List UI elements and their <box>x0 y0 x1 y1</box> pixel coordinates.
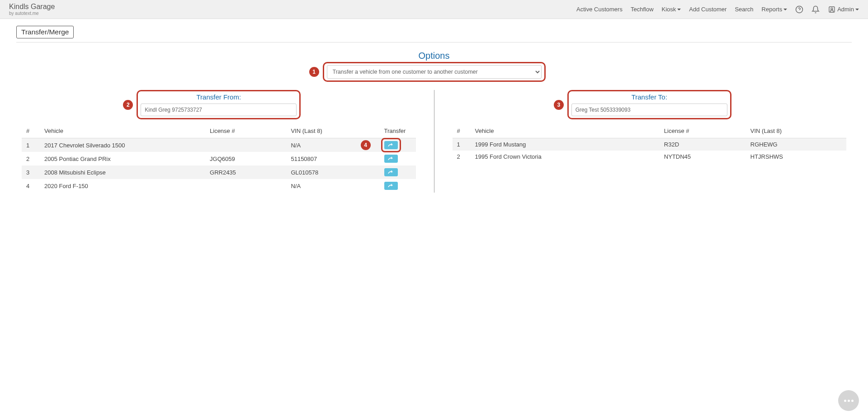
options-header: Options <box>16 51 852 61</box>
nav-admin-label: Admin <box>837 6 854 13</box>
annotation-badge-2: 2 <box>123 100 133 110</box>
row-license: NYTDN45 <box>660 151 746 163</box>
col-vin: VIN (Last 8) <box>746 124 846 138</box>
chevron-down-icon <box>855 9 859 10</box>
nav-reports-label: Reports <box>762 6 783 13</box>
from-customer-input[interactable] <box>141 104 297 116</box>
options-row: 1 Transfer a vehicle from one customer t… <box>16 62 852 82</box>
page-body: Transfer/Merge Options 1 Transfer a vehi… <box>0 19 868 199</box>
row-transfer <box>380 152 416 165</box>
row-idx[interactable]: 2 <box>22 152 40 165</box>
col-transfer: Transfer <box>380 124 416 138</box>
brand[interactable]: Kindls Garage by autotext.me <box>9 3 55 16</box>
row-license <box>205 179 286 193</box>
page-tab[interactable]: Transfer/Merge <box>16 26 74 38</box>
annotation-badge-4: 4 <box>361 140 371 150</box>
nav-search[interactable]: Search <box>735 6 753 13</box>
transfer-button[interactable] <box>384 155 398 163</box>
to-label: Transfer To: <box>571 93 727 101</box>
columns: 2 Transfer From: # Vehicle License # VIN… <box>16 90 852 193</box>
row-license: GRR2435 <box>205 165 286 179</box>
annotation-badge-3: 3 <box>554 100 564 110</box>
annotation-highlight-2: Transfer From: <box>137 90 301 119</box>
user-icon <box>828 5 836 14</box>
table-row: 12017 Chevrolet Silverado 1500N/A4 <box>22 138 416 152</box>
brand-title: Kindls Garage <box>9 3 55 11</box>
nav-add-customer[interactable]: Add Customer <box>689 6 726 13</box>
row-vehicle: 2008 Mitsubishi Eclipse <box>40 165 205 179</box>
row-vin: GL010578 <box>286 165 379 179</box>
annotation-badge-1: 1 <box>309 67 319 77</box>
divider <box>16 42 852 42</box>
from-label: Transfer From: <box>141 93 297 101</box>
from-table: # Vehicle License # VIN (Last 8) Transfe… <box>22 124 416 193</box>
arrow-right-icon <box>388 170 394 175</box>
row-vehicle: 2020 Ford F-150 <box>40 179 205 193</box>
row-license: R32D <box>660 138 746 151</box>
transfer-button[interactable] <box>384 141 398 149</box>
col-vehicle: Vehicle <box>471 124 660 138</box>
row-transfer <box>380 165 416 179</box>
svg-point-3 <box>831 8 833 9</box>
table-row: 11999 Ford MustangR32DRGHEWG <box>453 138 847 151</box>
nav-kiosk-label: Kiosk <box>662 6 676 13</box>
row-idx[interactable]: 4 <box>22 179 40 193</box>
annotation-highlight-1: Transfer a vehicle from one customer to … <box>323 62 546 82</box>
row-idx: 1 <box>453 138 471 151</box>
row-idx: 2 <box>453 151 471 163</box>
annotation-highlight-3: Transfer To: <box>567 90 731 119</box>
row-vehicle: 2005 Pontiac Grand PRix <box>40 152 205 165</box>
col-vehicle: Vehicle <box>40 124 205 138</box>
nav-reports[interactable]: Reports <box>762 6 788 13</box>
navbar: Kindls Garage by autotext.me Active Cust… <box>0 0 868 19</box>
row-vin: 51150807 <box>286 152 379 165</box>
table-row: 22005 Pontiac Grand PRixJGQ605951150807 <box>22 152 416 165</box>
nav-kiosk[interactable]: Kiosk <box>662 6 681 13</box>
arrow-right-icon <box>388 184 394 188</box>
arrow-right-icon <box>388 143 394 147</box>
table-row: 21995 Ford Crown VictoriaNYTDN45HTJRSHWS <box>453 151 847 163</box>
row-license: JGQ6059 <box>205 152 286 165</box>
chevron-down-icon <box>677 9 681 10</box>
column-to: 3 Transfer To: # Vehicle License # VIN (… <box>434 90 852 193</box>
column-from: 2 Transfer From: # Vehicle License # VIN… <box>16 90 434 193</box>
bell-icon[interactable] <box>811 5 820 14</box>
row-idx[interactable]: 1 <box>22 138 40 152</box>
table-row: 42020 Ford F-150N/A <box>22 179 416 193</box>
nav-techflow[interactable]: Techflow <box>631 6 654 13</box>
row-vin: RGHEWG <box>746 138 846 151</box>
row-vehicle: 1999 Ford Mustang <box>471 138 660 151</box>
table-row: 32008 Mitsubishi EclipseGRR2435GL010578 <box>22 165 416 179</box>
nav-admin[interactable]: Admin <box>828 5 859 14</box>
row-vehicle: 2017 Chevrolet Silverado 1500 <box>40 138 205 152</box>
col-idx: # <box>22 124 40 138</box>
transfer-button[interactable] <box>384 168 398 176</box>
help-icon[interactable] <box>795 5 803 14</box>
to-customer-input[interactable] <box>571 104 727 116</box>
col-license: License # <box>205 124 286 138</box>
chevron-down-icon <box>783 9 787 10</box>
nav-active-customers[interactable]: Active Customers <box>576 6 623 13</box>
col-vin: VIN (Last 8) <box>286 124 379 138</box>
brand-subtitle: by autotext.me <box>9 11 55 16</box>
col-idx: # <box>453 124 471 138</box>
row-transfer <box>380 179 416 193</box>
row-vin: HTJRSHWS <box>746 151 846 163</box>
arrow-right-icon <box>388 156 394 161</box>
row-vehicle: 1995 Ford Crown Victoria <box>471 151 660 163</box>
transfer-button[interactable] <box>384 182 398 190</box>
row-license <box>205 138 286 152</box>
row-vin: N/A <box>286 179 379 193</box>
row-idx[interactable]: 3 <box>22 165 40 179</box>
col-license: License # <box>660 124 746 138</box>
options-select[interactable]: Transfer a vehicle from one customer to … <box>327 65 542 79</box>
navbar-right: Active Customers Techflow Kiosk Add Cust… <box>576 5 859 14</box>
to-table: # Vehicle License # VIN (Last 8) 11999 F… <box>453 124 847 163</box>
row-transfer: 4 <box>380 138 416 152</box>
